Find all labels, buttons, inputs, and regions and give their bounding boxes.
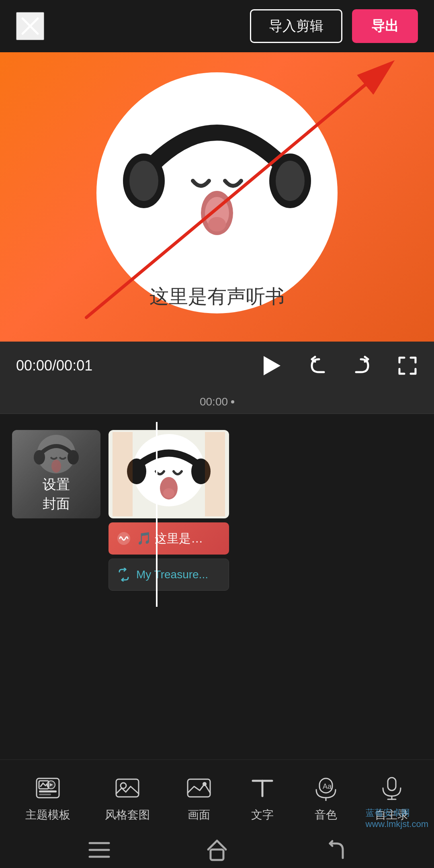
cover-thumb-label-line2: 封面 [43, 494, 70, 514]
svg-rect-33 [116, 779, 139, 797]
music-track[interactable]: My Treasure... [108, 559, 229, 591]
fullscreen-button[interactable] [397, 355, 418, 376]
playhead [156, 422, 158, 607]
self-record-icon [377, 774, 406, 802]
close-button[interactable] [16, 12, 44, 40]
system-nav-bar [0, 832, 434, 868]
svg-rect-25 [205, 432, 225, 516]
svg-rect-29 [39, 790, 57, 792]
style-photo-icon [113, 774, 142, 802]
svg-rect-46 [211, 850, 223, 860]
nav-menu-button[interactable] [87, 840, 111, 860]
video-clip-thumbnail [113, 432, 225, 516]
voice-style-icon: Aa [311, 774, 340, 802]
scene-icon [184, 774, 213, 802]
subtitle-overlay: 这里是有声听书 [149, 284, 285, 309]
cover-thumb-label-line1: 设置 [43, 475, 70, 494]
theme-template-icon [33, 774, 62, 802]
text-icon [248, 774, 277, 802]
playback-controls-bar: 00:00/00:01 [0, 342, 434, 390]
timeline-ruler: 00:00 [0, 390, 434, 414]
music-track-label: My Treasure... [136, 568, 208, 581]
playback-buttons [259, 354, 418, 378]
ruler-marker [231, 400, 234, 403]
main-track-row: 设置 封面 [0, 426, 434, 595]
tool-scene[interactable]: 画面 [184, 774, 213, 823]
top-bar: 导入剪辑 导出 [0, 0, 434, 52]
time-display: 00:00/00:01 [16, 357, 92, 374]
video-clip[interactable] [108, 430, 229, 518]
svg-point-23 [163, 488, 174, 498]
audio-track[interactable]: 🎵 这里是… [108, 522, 229, 555]
style-photo-label: 风格套图 [105, 807, 150, 823]
svg-point-15 [34, 450, 45, 465]
ruler-timestamp: 00:00 [200, 395, 228, 408]
theme-template-label: 主题模板 [25, 807, 70, 823]
nav-back-button[interactable] [323, 839, 347, 860]
svg-point-7 [276, 161, 305, 201]
cover-character-mini [24, 434, 88, 478]
svg-point-16 [68, 450, 79, 465]
audio-wave-icon [117, 531, 131, 546]
import-edit-button[interactable]: 导入剪辑 [250, 9, 342, 43]
svg-point-17 [51, 460, 61, 473]
voice-style-label: 音色 [315, 807, 337, 823]
top-right-buttons: 导入剪辑 导出 [250, 9, 418, 43]
video-track-column: 🎵 这里是… My Treasure... [108, 430, 229, 591]
svg-point-5 [129, 161, 158, 201]
tool-style-photo[interactable]: 风格套图 [105, 774, 150, 823]
video-preview: 这里是有声听书 [0, 52, 434, 342]
svg-point-36 [203, 782, 207, 786]
undo-button[interactable] [307, 355, 328, 376]
scene-label: 画面 [188, 807, 210, 823]
svg-rect-40 [388, 778, 396, 790]
music-track-icon [117, 568, 131, 581]
audio-track-label: 🎵 这里是… [137, 530, 203, 547]
text-label: 文字 [251, 807, 274, 823]
play-button[interactable] [259, 354, 283, 378]
cover-thumbnail[interactable]: 设置 封面 [12, 430, 100, 518]
svg-rect-24 [113, 432, 133, 516]
tool-voice-style[interactable]: Aa 音色 [311, 774, 340, 823]
svg-marker-13 [264, 356, 280, 375]
svg-text:Aa: Aa [323, 782, 332, 790]
export-button[interactable]: 导出 [352, 9, 418, 43]
svg-point-10 [208, 217, 226, 231]
tool-theme-template[interactable]: 主题模板 [25, 774, 70, 823]
tool-text[interactable]: 文字 [248, 774, 277, 823]
timeline-area[interactable]: 设置 封面 [0, 414, 434, 615]
redo-button[interactable] [352, 355, 373, 376]
svg-rect-30 [39, 794, 51, 795]
nav-home-button[interactable] [205, 838, 229, 862]
